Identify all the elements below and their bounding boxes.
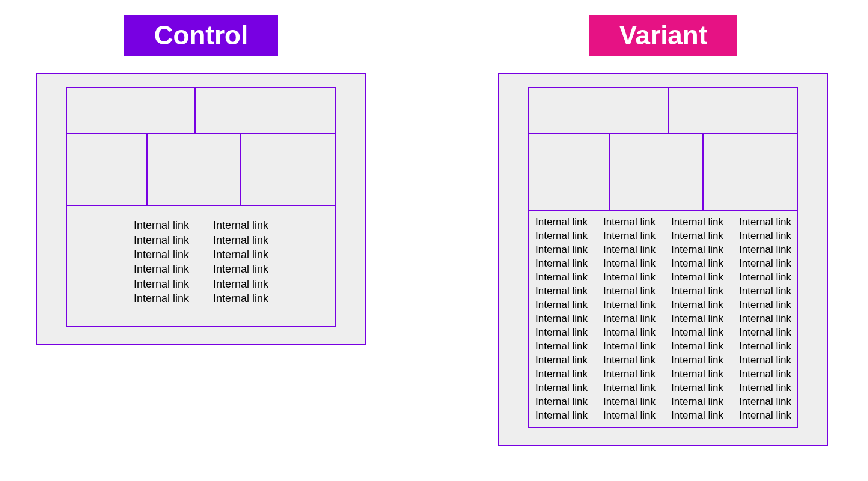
internal-link[interactable]: Internal link	[535, 298, 588, 312]
internal-link[interactable]: Internal link	[213, 218, 268, 232]
internal-link[interactable]: Internal link	[739, 229, 791, 243]
variant-r2-c3	[704, 134, 797, 210]
internal-link[interactable]: Internal link	[213, 233, 268, 247]
internal-link[interactable]: Internal link	[671, 340, 723, 354]
internal-link[interactable]: Internal link	[213, 262, 268, 276]
internal-link[interactable]: Internal link	[671, 354, 723, 368]
internal-link[interactable]: Internal link	[671, 381, 723, 395]
control-r1-c2	[196, 88, 335, 133]
internal-link[interactable]: Internal link	[739, 257, 791, 271]
internal-link[interactable]: Internal link	[603, 368, 656, 381]
internal-link[interactable]: Internal link	[535, 285, 588, 298]
internal-link[interactable]: Internal link	[603, 285, 656, 298]
internal-link[interactable]: Internal link	[603, 216, 656, 229]
internal-link[interactable]: Internal link	[603, 298, 656, 312]
internal-link[interactable]: Internal link	[603, 409, 656, 423]
internal-link[interactable]: Internal link	[603, 381, 656, 395]
internal-link[interactable]: Internal link	[671, 257, 723, 271]
internal-link[interactable]: Internal link	[603, 354, 656, 368]
variant-page-frame: Internal linkInternal linkInternal linkI…	[498, 73, 828, 446]
internal-link[interactable]: Internal link	[739, 285, 791, 298]
internal-link[interactable]: Internal link	[739, 326, 791, 340]
internal-link[interactable]: Internal link	[739, 409, 791, 423]
internal-link[interactable]: Internal link	[671, 368, 723, 381]
internal-link[interactable]: Internal link	[213, 291, 268, 306]
internal-link[interactable]: Internal link	[535, 216, 588, 229]
internal-link[interactable]: Internal link	[535, 354, 588, 368]
internal-link[interactable]: Internal link	[671, 243, 723, 257]
internal-link[interactable]: Internal link	[535, 381, 588, 395]
internal-link[interactable]: Internal link	[213, 277, 268, 291]
internal-link[interactable]: Internal link	[134, 277, 189, 291]
variant-link-column: Internal linkInternal linkInternal linkI…	[739, 216, 791, 422]
internal-link[interactable]: Internal link	[603, 243, 656, 257]
internal-link[interactable]: Internal link	[739, 381, 791, 395]
variant-link-column: Internal linkInternal linkInternal linkI…	[535, 216, 588, 422]
internal-link[interactable]: Internal link	[603, 271, 656, 285]
internal-link[interactable]: Internal link	[134, 262, 189, 276]
internal-link[interactable]: Internal link	[739, 298, 791, 312]
internal-link[interactable]: Internal link	[134, 247, 189, 262]
variant-title-badge: Variant	[589, 15, 738, 56]
variant-panel: Variant Internal linkInternal linkIntern…	[498, 15, 828, 446]
internal-link[interactable]: Internal link	[134, 291, 189, 306]
internal-link[interactable]: Internal link	[739, 271, 791, 285]
variant-r2-c1	[529, 134, 610, 210]
internal-link[interactable]: Internal link	[671, 285, 723, 298]
internal-link[interactable]: Internal link	[671, 229, 723, 243]
variant-inner-grid: Internal linkInternal linkInternal linkI…	[528, 87, 798, 428]
variant-row-2	[529, 134, 797, 211]
control-r2-c2	[148, 134, 241, 205]
internal-link[interactable]: Internal link	[739, 368, 791, 381]
control-link-column: Internal linkInternal linkInternal linkI…	[134, 218, 189, 306]
internal-link[interactable]: Internal link	[134, 218, 189, 232]
internal-link[interactable]: Internal link	[535, 409, 588, 423]
internal-link[interactable]: Internal link	[603, 340, 656, 354]
internal-link[interactable]: Internal link	[671, 216, 723, 229]
internal-link[interactable]: Internal link	[535, 271, 588, 285]
control-link-column: Internal linkInternal linkInternal linkI…	[213, 218, 268, 306]
control-title-badge: Control	[124, 15, 278, 56]
internal-link[interactable]: Internal link	[739, 395, 791, 409]
control-r1-c1	[67, 88, 196, 133]
control-page-frame: Internal linkInternal linkInternal linkI…	[36, 73, 366, 345]
variant-r1-c1	[529, 88, 669, 133]
control-r2-c1	[67, 134, 148, 205]
variant-link-column: Internal linkInternal linkInternal linkI…	[603, 216, 656, 422]
variant-r1-c2	[669, 88, 797, 133]
internal-link[interactable]: Internal link	[535, 312, 588, 326]
internal-link[interactable]: Internal link	[671, 395, 723, 409]
internal-link[interactable]: Internal link	[671, 312, 723, 326]
internal-link[interactable]: Internal link	[535, 229, 588, 243]
variant-title: Variant	[619, 20, 708, 50]
internal-link[interactable]: Internal link	[739, 312, 791, 326]
internal-link[interactable]: Internal link	[739, 243, 791, 257]
internal-link[interactable]: Internal link	[603, 257, 656, 271]
internal-link[interactable]: Internal link	[671, 326, 723, 340]
internal-link[interactable]: Internal link	[535, 395, 588, 409]
internal-link[interactable]: Internal link	[739, 216, 791, 229]
variant-r2-c2	[610, 134, 704, 210]
internal-link[interactable]: Internal link	[603, 395, 656, 409]
internal-link[interactable]: Internal link	[739, 354, 791, 368]
internal-link[interactable]: Internal link	[134, 233, 189, 247]
internal-link[interactable]: Internal link	[535, 368, 588, 381]
internal-link[interactable]: Internal link	[739, 340, 791, 354]
internal-link[interactable]: Internal link	[213, 247, 268, 262]
control-links-block: Internal linkInternal linkInternal linkI…	[67, 206, 335, 326]
internal-link[interactable]: Internal link	[535, 257, 588, 271]
control-row-1	[67, 88, 335, 134]
internal-link[interactable]: Internal link	[671, 409, 723, 423]
control-panel: Control Internal linkInternal linkIntern…	[36, 15, 366, 345]
internal-link[interactable]: Internal link	[671, 271, 723, 285]
internal-link[interactable]: Internal link	[535, 326, 588, 340]
variant-links-block: Internal linkInternal linkInternal linkI…	[529, 211, 797, 427]
internal-link[interactable]: Internal link	[603, 312, 656, 326]
internal-link[interactable]: Internal link	[603, 326, 656, 340]
internal-link[interactable]: Internal link	[671, 298, 723, 312]
internal-link[interactable]: Internal link	[535, 340, 588, 354]
internal-link[interactable]: Internal link	[535, 243, 588, 257]
internal-link[interactable]: Internal link	[603, 229, 656, 243]
variant-row-1	[529, 88, 797, 134]
control-title: Control	[154, 20, 248, 50]
